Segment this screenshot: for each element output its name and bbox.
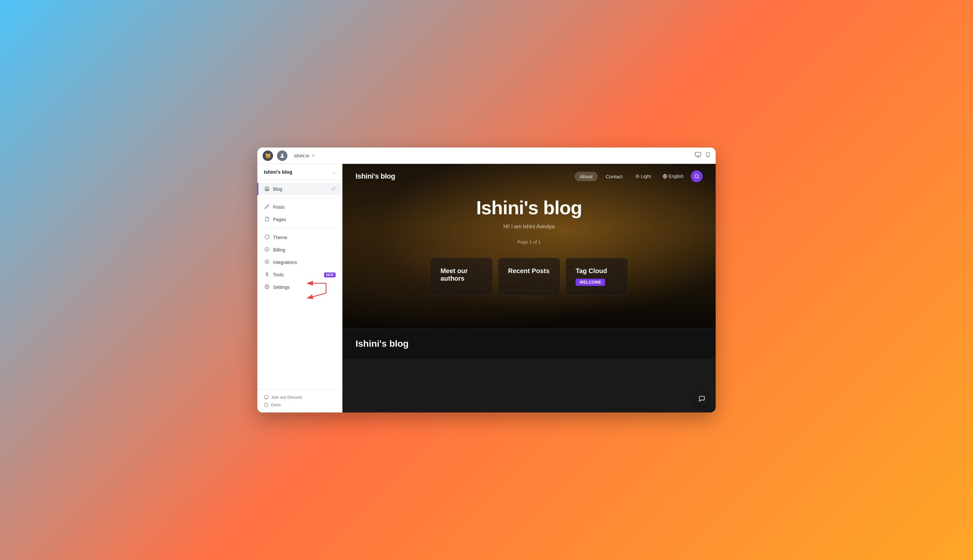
svg-rect-1 <box>695 152 701 157</box>
nav-contact[interactable]: Contact <box>600 172 628 181</box>
sidebar-integrations-label: Integrations <box>273 260 297 265</box>
user-avatar[interactable] <box>277 150 288 161</box>
svg-line-24 <box>636 175 636 175</box>
integrations-icon <box>264 259 270 265</box>
light-toggle[interactable]: Light <box>630 172 655 181</box>
search-button[interactable] <box>691 170 702 182</box>
sidebar-settings-label: Settings <box>273 285 290 290</box>
widget-authors-title: Meet our authors <box>440 267 482 282</box>
lang-toggle[interactable]: English <box>658 172 688 181</box>
sidebar-item-blog[interactable]: Blog <box>257 183 342 195</box>
billing-icon <box>264 247 270 253</box>
sidebar-item-pages[interactable]: Pages <box>257 213 342 226</box>
url-bar: ishini.io ↗ <box>294 153 314 158</box>
sidebar-blog-label: Blog <box>273 187 282 192</box>
blog-logo: Ishini's blog <box>356 172 395 180</box>
file-icon <box>264 217 270 222</box>
hero-subtitle: Hi! I am Ishini Avindya <box>503 224 555 230</box>
svg-rect-13 <box>264 395 268 398</box>
home-icon <box>264 186 270 192</box>
sidebar-header[interactable]: Ishini's blog ⌄ <box>257 164 342 180</box>
external-link-icon[interactable]: ↗ <box>311 153 314 158</box>
widgets-row: Meet our authors Recent Posts Tag Cloud … <box>415 258 643 309</box>
app-window: 🐱 ishini.io ↗ Ishini's blog ⌄ <box>257 148 716 412</box>
sidebar-item-posts[interactable]: Posts <box>257 201 342 213</box>
blog-nav-links: About Contact Light English <box>575 170 702 182</box>
svg-line-33 <box>698 177 699 178</box>
main-layout: Ishini's blog ⌄ Blog <box>257 164 716 412</box>
docs-link[interactable]: Docs <box>264 402 336 407</box>
tools-icon <box>264 272 270 278</box>
blog-external-icon <box>332 187 336 192</box>
sidebar-item-integrations[interactable]: Integrations <box>257 256 342 268</box>
blog-navbar: Ishini's blog About Contact Light Englis… <box>343 164 716 189</box>
top-bar: 🐱 ishini.io ↗ <box>257 148 716 164</box>
widget-recent-posts-title: Recent Posts <box>508 267 550 275</box>
sidebar-item-billing[interactable]: Billing <box>257 244 342 256</box>
sidebar-item-settings[interactable]: Settings <box>257 281 342 293</box>
widget-authors[interactable]: Meet our authors <box>430 258 492 296</box>
svg-point-3 <box>707 156 708 156</box>
sidebar-footer: Join our Discord Docs <box>257 389 342 412</box>
tools-badge: NEW <box>324 272 336 277</box>
blog-footer: Ishini's blog <box>343 328 716 359</box>
sidebar: Ishini's blog ⌄ Blog <box>257 164 343 412</box>
svg-line-28 <box>636 178 636 178</box>
monitor-icon[interactable] <box>695 152 701 160</box>
sidebar-title: Ishini's blog <box>264 169 293 175</box>
docs-label: Docs <box>271 402 281 407</box>
svg-line-4 <box>333 187 335 189</box>
discord-label: Join our Discord <box>271 395 302 400</box>
sidebar-chevron-icon: ⌄ <box>332 170 336 175</box>
widget-recent-posts[interactable]: Recent Posts <box>498 258 560 296</box>
sidebar-posts-label: Posts <box>273 205 284 210</box>
app-logo: 🐱 <box>262 150 273 161</box>
nav-about[interactable]: About <box>575 172 598 181</box>
sidebar-pages-label: Pages <box>273 217 286 222</box>
url-text: ishini.io <box>294 153 309 158</box>
pencil-icon <box>264 204 270 210</box>
svg-point-9 <box>266 262 267 263</box>
chat-button[interactable] <box>695 392 709 406</box>
discord-link[interactable]: Join our Discord <box>264 395 336 400</box>
sidebar-item-tools[interactable]: Tools NEW <box>257 268 342 281</box>
blog-preview: Ishini's blog About Contact Light Englis… <box>343 164 716 412</box>
theme-icon <box>264 235 270 240</box>
svg-point-10 <box>265 260 269 264</box>
sidebar-billing-label: Billing <box>273 247 285 253</box>
blog-footer-title: Ishini's blog <box>356 338 702 349</box>
widget-tag-cloud[interactable]: Tag Cloud WELCOME <box>565 258 628 296</box>
sidebar-item-theme[interactable]: Theme <box>257 231 342 244</box>
welcome-tag[interactable]: WELCOME <box>575 279 605 286</box>
settings-icon <box>264 284 270 290</box>
content-area: Ishini's blog About Contact Light Englis… <box>343 164 716 412</box>
sidebar-theme-label: Theme <box>273 235 288 240</box>
svg-point-21 <box>637 175 639 177</box>
svg-point-12 <box>266 286 267 288</box>
svg-line-25 <box>639 178 639 178</box>
hero-title: Ishini's blog <box>476 197 582 218</box>
hero-page-info: Page 1 of 1 <box>517 240 541 245</box>
widget-tag-cloud-title: Tag Cloud <box>575 267 617 275</box>
sidebar-nav: Blog Posts <box>257 180 342 389</box>
sidebar-tools-label: Tools <box>273 272 284 277</box>
svg-line-29 <box>639 175 639 175</box>
svg-point-32 <box>695 174 698 178</box>
svg-point-0 <box>281 154 283 156</box>
device-toggles <box>695 152 711 160</box>
tablet-icon[interactable] <box>705 152 711 160</box>
